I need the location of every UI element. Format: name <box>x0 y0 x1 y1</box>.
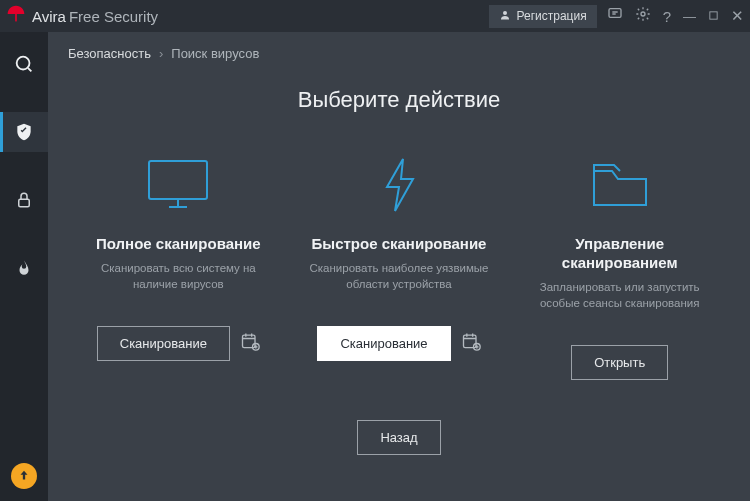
svg-point-4 <box>17 57 30 70</box>
svg-point-0 <box>503 11 507 15</box>
titlebar: AviraFree Security Регистрация ? — ✕ <box>0 0 750 32</box>
sidebar-item-security[interactable] <box>0 112 48 152</box>
sidebar-item-status[interactable] <box>0 44 48 84</box>
breadcrumb-sub: Поиск вирусов <box>171 46 259 61</box>
sidebar-item-performance[interactable] <box>0 248 48 288</box>
chevron-right-icon: › <box>159 46 163 61</box>
title-icons: ? — ✕ <box>607 6 744 26</box>
brand-main: Avira <box>32 8 66 25</box>
close-icon[interactable]: ✕ <box>731 7 744 25</box>
svg-rect-3 <box>710 12 717 19</box>
schedule-icon[interactable] <box>461 331 481 355</box>
feedback-icon[interactable] <box>607 6 623 26</box>
svg-rect-5 <box>19 199 30 207</box>
card-title: Управление сканированием <box>523 235 716 273</box>
card-title: Полное сканирование <box>96 235 261 254</box>
card-desc: Сканировать наиболее уязвимые области ус… <box>303 260 496 308</box>
schedule-icon[interactable] <box>240 331 260 355</box>
brand-sub: Free Security <box>69 8 158 25</box>
sidebar-item-privacy[interactable] <box>0 180 48 220</box>
card-quick-scan: Быстрое сканирование Сканировать наиболе… <box>299 153 500 380</box>
card-full-scan: Полное сканирование Сканировать всю сист… <box>78 153 279 380</box>
back-button[interactable]: Назад <box>357 420 440 455</box>
sidebar-upgrade[interactable] <box>0 463 48 489</box>
sidebar <box>0 32 48 501</box>
full-scan-button[interactable]: Сканирование <box>97 326 230 361</box>
card-desc: Запланировать или запустить особые сеанс… <box>523 279 716 327</box>
main: Безопасность › Поиск вирусов Выберите де… <box>48 32 750 501</box>
card-title: Быстрое сканирование <box>312 235 487 254</box>
quick-scan-button[interactable]: Сканирование <box>317 326 450 361</box>
maximize-icon[interactable] <box>708 7 719 25</box>
monitor-icon <box>143 153 213 217</box>
svg-rect-1 <box>609 9 621 18</box>
umbrella-icon <box>6 4 26 28</box>
help-icon[interactable]: ? <box>663 8 671 25</box>
content: Выберите действие Полное сканирование Ск… <box>48 69 750 501</box>
breadcrumb-root[interactable]: Безопасность <box>68 46 151 61</box>
svg-point-2 <box>641 12 645 16</box>
cards: Полное сканирование Сканировать всю сист… <box>78 153 720 380</box>
minimize-icon[interactable]: — <box>683 9 696 24</box>
card-desc: Сканировать всю систему на наличие вирус… <box>82 260 275 308</box>
register-label: Регистрация <box>517 9 587 23</box>
folder-icon <box>588 153 652 217</box>
register-button[interactable]: Регистрация <box>489 5 597 28</box>
svg-rect-6 <box>149 161 207 199</box>
brand-text: AviraFree Security <box>32 8 158 25</box>
card-manage-scan: Управление сканированием Запланировать и… <box>519 153 720 380</box>
breadcrumb: Безопасность › Поиск вирусов <box>48 32 750 69</box>
page-title: Выберите действие <box>298 87 500 113</box>
upgrade-icon <box>11 463 37 489</box>
manage-scan-button[interactable]: Открыть <box>571 345 668 380</box>
brand: AviraFree Security <box>6 4 158 28</box>
gear-icon[interactable] <box>635 6 651 26</box>
lightning-icon <box>379 153 419 217</box>
user-icon <box>499 9 511 24</box>
